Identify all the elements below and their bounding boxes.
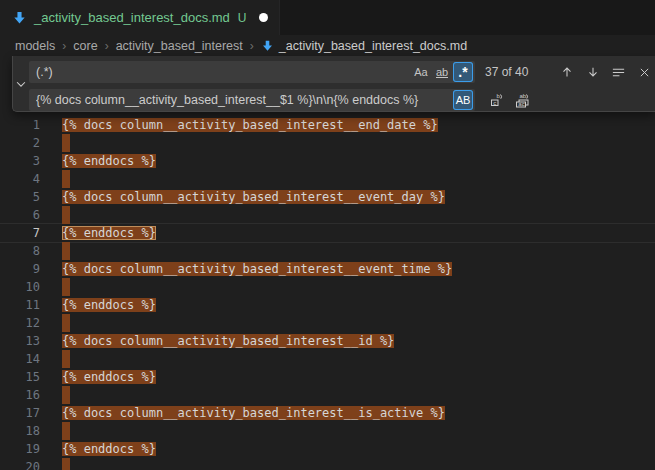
breadcrumb-core[interactable]: core — [73, 39, 97, 53]
line-text: {% docs column__activity_based_interest_… — [62, 188, 445, 206]
editor-line[interactable]: 12 — [0, 314, 655, 332]
editor-line[interactable]: 16 — [0, 386, 655, 404]
editor-line[interactable]: 15{% enddocs %} — [0, 368, 655, 386]
preserve-case-icon: AB — [456, 94, 471, 106]
editor-lines: 1{% docs column__activity_based_interest… — [0, 56, 655, 470]
breadcrumb-models[interactable]: models — [15, 39, 55, 53]
breadcrumb-file[interactable]: _activity_based_interest_docs.md — [261, 39, 467, 53]
line-number: 20 — [0, 458, 40, 470]
previous-match-button[interactable] — [556, 62, 577, 83]
toggle-replace-chevron-icon[interactable] — [13, 56, 29, 111]
current-find-match: {% enddocs %} — [62, 226, 156, 240]
find-match-highlight: {% docs column__activity_based_interest_… — [62, 406, 445, 420]
line-text: {% docs column__activity_based_interest_… — [62, 404, 445, 422]
whole-word-icon: ab — [436, 67, 448, 78]
editor-line[interactable]: 11{% enddocs %} — [0, 296, 655, 314]
preserve-case-toggle[interactable]: AB — [453, 90, 473, 110]
editor-line[interactable]: 10 — [0, 278, 655, 296]
line-text — [62, 242, 70, 260]
line-text: {% enddocs %} — [62, 152, 156, 170]
editor-line[interactable]: 7{% enddocs %} — [0, 224, 655, 242]
find-match-highlight: {% enddocs %} — [62, 442, 156, 456]
find-match-highlight — [62, 134, 70, 152]
search-input[interactable]: (.*) Aa ab .* — [29, 61, 475, 83]
line-text: {% enddocs %} — [62, 224, 156, 242]
breadcrumb: models › core › activity_based_interest … — [0, 35, 655, 56]
line-text: {% docs column__activity_based_interest_… — [62, 116, 438, 134]
close-find-button[interactable] — [634, 62, 655, 83]
breadcrumb-file-label: _activity_based_interest_docs.md — [279, 39, 467, 53]
regex-icon: .* — [458, 64, 467, 80]
match-case-toggle[interactable]: Aa — [411, 62, 431, 82]
editor-line[interactable]: 13{% docs column__activity_based_interes… — [0, 332, 655, 350]
modified-dot-icon[interactable] — [259, 13, 268, 22]
replace-row: {% docs column__activity_based_interest_… — [29, 89, 655, 111]
line-text: {% enddocs %} — [62, 440, 156, 458]
line-number: 4 — [0, 170, 40, 188]
find-match-highlight — [62, 350, 70, 368]
line-text — [62, 314, 70, 332]
regex-toggle[interactable]: .* — [453, 62, 473, 82]
line-number: 12 — [0, 314, 40, 332]
match-case-icon: Aa — [414, 66, 427, 78]
next-match-button[interactable] — [582, 62, 603, 83]
find-match-highlight — [62, 458, 70, 470]
line-text — [62, 458, 70, 470]
editor-line[interactable]: 19{% enddocs %} — [0, 440, 655, 458]
find-widget: (.*) Aa ab .* 37 of 40 — [12, 56, 655, 112]
editor-line[interactable]: 18 — [0, 422, 655, 440]
find-match-highlight — [62, 422, 70, 440]
line-number: 1 — [0, 116, 40, 134]
editor-line[interactable]: 2 — [0, 134, 655, 152]
results-count: 37 of 40 — [485, 65, 537, 79]
line-number: 18 — [0, 422, 40, 440]
editor-line[interactable]: 5{% docs column__activity_based_interest… — [0, 188, 655, 206]
breadcrumb-separator: › — [62, 39, 66, 53]
line-text: {% enddocs %} — [62, 368, 156, 386]
editor-line[interactable]: 3{% enddocs %} — [0, 152, 655, 170]
find-match-highlight — [62, 206, 70, 224]
find-match-highlight: {% docs column__activity_based_interest_… — [62, 118, 438, 132]
whole-word-toggle[interactable]: ab — [432, 62, 452, 82]
find-match-highlight: {% docs column__activity_based_interest_… — [62, 190, 445, 204]
find-match-highlight: {% docs column__activity_based_interest_… — [62, 262, 452, 276]
replace-button[interactable]: b c — [486, 90, 507, 111]
svg-text:c: c — [493, 100, 496, 106]
editor[interactable]: 1{% docs column__activity_based_interest… — [0, 56, 655, 470]
breadcrumb-separator: › — [105, 39, 109, 53]
line-text: {% docs column__activity_based_interest_… — [62, 332, 394, 350]
find-match-highlight — [62, 314, 70, 332]
line-number: 13 — [0, 332, 40, 350]
line-text: {% docs column__activity_based_interest_… — [62, 260, 452, 278]
find-match-highlight: {% enddocs %} — [62, 154, 156, 168]
line-number: 14 — [0, 350, 40, 368]
breadcrumb-activity-based-interest[interactable]: activity_based_interest — [116, 39, 243, 53]
editor-line[interactable]: 6 — [0, 206, 655, 224]
line-number: 5 — [0, 188, 40, 206]
line-number: 15 — [0, 368, 40, 386]
tab-label: _activity_based_interest_docs.md — [34, 10, 230, 25]
markdown-file-icon — [12, 10, 27, 25]
replace-all-button[interactable]: ab ac — [512, 90, 533, 111]
editor-line[interactable]: 8 — [0, 242, 655, 260]
find-in-selection-button[interactable] — [608, 62, 629, 83]
line-number: 19 — [0, 440, 40, 458]
vscode-window: _activity_based_interest_docs.md U model… — [0, 0, 655, 470]
markdown-file-icon — [261, 39, 274, 52]
editor-line[interactable]: 4 — [0, 170, 655, 188]
line-text: {% enddocs %} — [62, 296, 156, 314]
editor-line[interactable]: 20 — [0, 458, 655, 470]
editor-line[interactable]: 14 — [0, 350, 655, 368]
replace-input[interactable]: {% docs column__activity_based_interest_… — [29, 89, 475, 111]
line-number: 10 — [0, 278, 40, 296]
line-number: 9 — [0, 260, 40, 278]
breadcrumb-separator: › — [250, 39, 254, 53]
editor-line[interactable]: 9{% docs column__activity_based_interest… — [0, 260, 655, 278]
line-number: 3 — [0, 152, 40, 170]
editor-line[interactable]: 1{% docs column__activity_based_interest… — [0, 116, 655, 134]
line-number: 11 — [0, 296, 40, 314]
editor-line[interactable]: 17{% docs column__activity_based_interes… — [0, 404, 655, 422]
line-text — [62, 422, 70, 440]
tab-activity-docs[interactable]: _activity_based_interest_docs.md U — [0, 0, 280, 35]
line-text — [62, 170, 70, 188]
